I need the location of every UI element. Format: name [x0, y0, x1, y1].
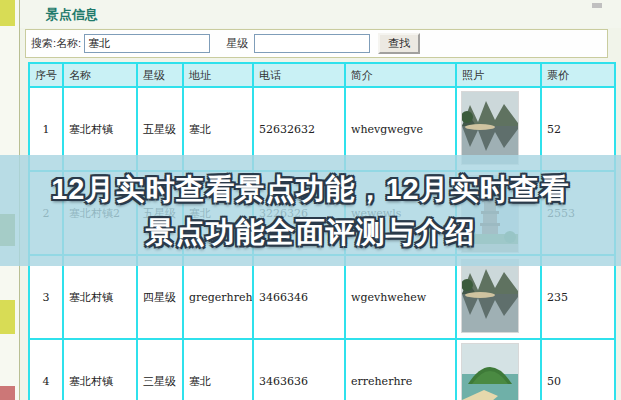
window-artifact — [592, 3, 602, 8]
menu-block-lower — [0, 300, 15, 334]
header-photo: 照片 — [457, 64, 542, 88]
page-title: 景点信息 — [46, 0, 98, 30]
scenic-info-window: 景点信息 搜索:名称: 星级 查找 序号 名称 星级 地址 电话 简介 照片 票… — [0, 0, 621, 400]
header-intro: 简介 — [346, 64, 457, 88]
header-name: 名称 — [64, 64, 138, 88]
header-no: 序号 — [30, 64, 64, 88]
cell-no: 3 — [30, 256, 64, 340]
headline-line-2: 景点功能全面评测与介绍 — [0, 211, 621, 254]
cell-price: 235 — [542, 256, 616, 340]
headline-overlay: 12月实时查看景点功能，12月实时查看 景点功能全面评测与介绍 — [0, 155, 621, 266]
cell-name: 塞北村镇 — [64, 256, 138, 340]
header-phone: 电话 — [254, 64, 346, 88]
search-star-input[interactable] — [254, 34, 370, 53]
menu-block-red — [0, 386, 15, 400]
scenic-photo-island-icon — [461, 343, 519, 400]
cell-phone: 3466346 — [254, 256, 346, 340]
cell-price: 50 — [542, 340, 616, 400]
search-name-input[interactable] — [84, 34, 210, 53]
scenic-photo-mountain-lake-icon — [461, 259, 519, 333]
cell-address: gregerhreh — [184, 256, 254, 340]
header-star: 星级 — [138, 64, 184, 88]
cell-phone: 3463636 — [254, 340, 346, 400]
scenic-photo-mountain-lake-icon — [461, 91, 519, 165]
cell-intro: erreherhre — [346, 340, 457, 400]
menu-block-top — [0, 0, 15, 27]
search-panel: 搜索:名称: 星级 查找 — [25, 29, 608, 58]
cell-address: 塞北 — [184, 340, 254, 400]
cell-star: 四星级 — [138, 256, 184, 340]
header-price: 票价 — [542, 64, 616, 88]
cell-intro: wgevhwehew — [346, 256, 457, 340]
cell-star: 三星级 — [138, 340, 184, 400]
cell-photo — [457, 340, 542, 400]
cell-no: 4 — [30, 340, 64, 400]
search-name-label: 搜索:名称: — [31, 36, 81, 51]
cell-photo — [457, 256, 542, 340]
header-address: 地址 — [184, 64, 254, 88]
title-bar: 景点信息 — [20, 0, 621, 28]
search-star-label: 星级 — [226, 36, 248, 51]
cell-name: 塞北村镇 — [64, 340, 138, 400]
search-button[interactable]: 查找 — [378, 33, 420, 54]
headline-line-1: 12月实时查看景点功能，12月实时查看 — [0, 168, 621, 211]
